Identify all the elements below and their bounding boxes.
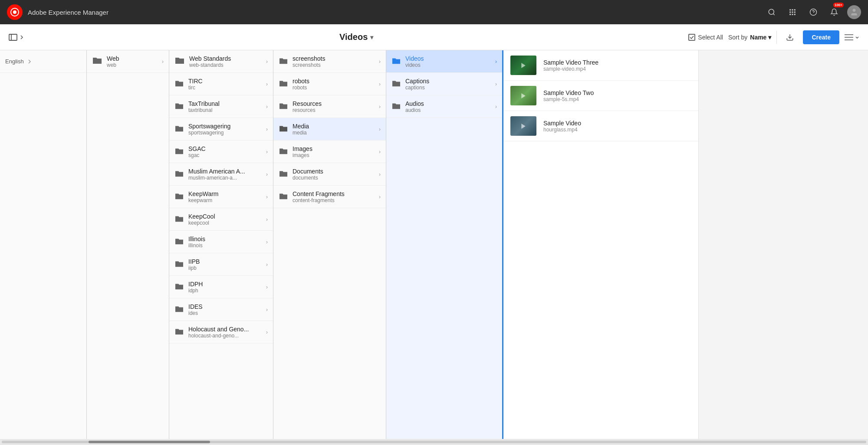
select-all-label: Select All — [698, 34, 723, 41]
scrollbar-thumb[interactable] — [89, 441, 210, 443]
list-item[interactable]: Images images › — [273, 141, 386, 163]
list-item[interactable]: robots robots › — [273, 73, 386, 95]
file-slug: sample-5s.mp4 — [543, 96, 691, 102]
folder-icon — [279, 124, 288, 135]
page-title[interactable]: Videos ▾ — [339, 32, 373, 42]
file-item[interactable]: Sample Video hourglass.mp4 — [503, 111, 698, 141]
apps-button[interactable] — [785, 4, 800, 20]
item-chevron-icon: › — [495, 81, 497, 87]
svg-rect-10 — [794, 14, 796, 15]
item-name: TaxTribunal — [188, 100, 262, 107]
list-item[interactable]: Media media › — [273, 118, 386, 141]
folder-icon — [391, 56, 401, 67]
list-item[interactable]: KeepCool keepcool › — [169, 208, 273, 231]
list-item[interactable]: Captions captions › — [386, 73, 502, 95]
svg-rect-4 — [794, 9, 796, 10]
list-item[interactable]: Resources resources › — [273, 95, 386, 118]
select-all-checkbox[interactable] — [688, 34, 695, 41]
item-chevron-icon: › — [379, 171, 381, 177]
item-slug: keepcool — [188, 220, 262, 226]
create-button[interactable]: Create — [803, 30, 839, 44]
list-item[interactable]: Content Fragments content-fragments › — [273, 186, 386, 208]
item-chevron-icon: › — [379, 81, 381, 87]
list-item[interactable]: TIRC tirc › — [169, 73, 273, 95]
english-column: English — [0, 50, 87, 439]
toolbar-divider — [776, 31, 777, 44]
select-all-button[interactable]: Select All — [688, 34, 723, 41]
web-folder-icon — [92, 56, 102, 67]
item-slug: content-fragments — [293, 197, 375, 203]
web-item[interactable]: Web web › — [87, 50, 169, 73]
web-standards-item[interactable]: Web Standards web-standards › — [169, 50, 273, 73]
list-item[interactable]: TaxTribunal taxtribunal › — [169, 95, 273, 118]
web-column: Web web › — [87, 50, 169, 439]
search-button[interactable] — [764, 4, 779, 20]
item-chevron-icon: › — [379, 104, 381, 110]
sidebar-toggle[interactable] — [9, 34, 24, 41]
list-item[interactable]: IDPH idph › — [169, 276, 273, 298]
item-name: TIRC — [188, 78, 262, 85]
notifications-button[interactable]: 100+ — [826, 4, 842, 20]
list-item[interactable]: Holocaust and Geno... holocaust-and-geno… — [169, 321, 273, 344]
file-item[interactable]: Sample Video Three sample-video.mp4 — [503, 50, 698, 81]
toolbar: Videos ▾ Select All Sort by Name ▾ — [0, 24, 868, 50]
list-item[interactable]: IIPB iipb › — [169, 253, 273, 276]
item-slug: iipb — [188, 265, 262, 271]
sort-field-button[interactable]: Name ▾ — [750, 34, 771, 41]
svg-point-0 — [769, 9, 774, 14]
folder-icon — [174, 327, 184, 338]
user-avatar[interactable] — [847, 5, 861, 19]
item-chevron-icon: › — [266, 307, 268, 313]
item-slug: tirc — [188, 85, 262, 91]
item-chevron-icon: › — [266, 262, 268, 268]
folder-icon — [279, 79, 288, 90]
file-name: Sample Video Two — [543, 89, 691, 96]
web-standards-column: Web Standards web-standards › TIRC tirc … — [169, 50, 273, 439]
content-area: English Web web › — [0, 50, 868, 439]
item-slug: sgac — [188, 152, 262, 158]
item-slug: keepwarm — [188, 197, 262, 203]
item-chevron-icon: › — [266, 284, 268, 290]
folder-icon — [279, 169, 288, 180]
horizontal-scrollbar[interactable] — [0, 439, 868, 445]
item-chevron-icon: › — [495, 104, 497, 110]
item-slug: images — [293, 152, 375, 158]
list-item[interactable]: Audios audios › — [386, 95, 502, 118]
list-item[interactable]: KeepWarm keepwarm › — [169, 186, 273, 208]
folder-icon — [391, 79, 401, 90]
item-slug: robots — [293, 85, 375, 91]
folder-icon — [174, 191, 184, 203]
item-slug: captions — [405, 85, 491, 91]
list-item[interactable]: Illinois illinois › — [169, 231, 273, 253]
item-slug: taxtribunal — [188, 107, 262, 113]
item-chevron-icon: › — [266, 81, 268, 87]
item-name: Muslim American A... — [188, 168, 262, 175]
download-button[interactable] — [782, 29, 798, 45]
title-chevron-icon: ▾ — [370, 34, 373, 41]
sub-folders-list: TIRC tirc › TaxTribunal taxtribunal › — [169, 73, 273, 344]
file-name: Sample Video Three — [543, 59, 691, 66]
folder-icon — [174, 169, 184, 180]
item-name: Illinois — [188, 236, 262, 242]
item-slug: audios — [405, 107, 491, 113]
english-item[interactable]: English — [0, 50, 86, 73]
list-item[interactable]: Muslim American A... muslim-american-a..… — [169, 163, 273, 186]
list-item[interactable]: SGAC sgac › — [169, 141, 273, 163]
list-item[interactable]: screenshots screenshots › — [273, 50, 386, 73]
sort-by-label: Sort by — [728, 34, 747, 41]
scrollbar-track — [2, 441, 866, 443]
web-standards-chevron-icon: › — [266, 59, 268, 65]
file-item[interactable]: Sample Video Two sample-5s.mp4 — [503, 81, 698, 111]
list-item[interactable]: Videos videos › — [386, 50, 502, 73]
help-button[interactable] — [806, 4, 821, 20]
svg-rect-14 — [9, 34, 17, 40]
videos-column: Videos videos › Captions captions › — [386, 50, 503, 439]
app-name: Adobe Experience Manager — [28, 9, 108, 16]
list-item[interactable]: Sportswagering sportswagering › — [169, 118, 273, 141]
adobe-logo[interactable] — [7, 4, 23, 20]
view-toggle-button[interactable] — [845, 34, 859, 41]
svg-rect-9 — [792, 14, 793, 15]
item-name: KeepCool — [188, 213, 262, 220]
list-item[interactable]: Documents documents › — [273, 163, 386, 186]
list-item[interactable]: IDES ides › — [169, 298, 273, 321]
